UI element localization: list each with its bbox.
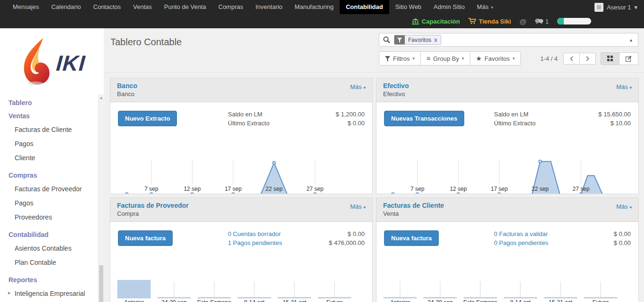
favorites-button[interactable]: ★ Favoritos ▾ [470,51,521,65]
card-facturas-proveedor-title[interactable]: Facturas de Proveedor [117,201,366,210]
facturas-proveedor-bar-chart: Anterior24-30 sepEsta Semana8-14 oct15-2… [110,261,372,302]
menu-sitio-web[interactable]: Sitio Web [389,0,427,14]
menu-mas-label: Más [477,3,489,10]
search-icon [383,36,390,43]
progress-pill[interactable] [557,18,591,24]
nuevas-transacciones-button[interactable]: Nuevas Transacciones [384,111,464,126]
sidebar-scrollbar[interactable]: ▴ [98,94,104,302]
more-label: Más [350,203,362,210]
card-efectivo: Efectivo Efectivo Más ▾ Nuevas Transacci… [376,78,639,194]
svg-text:8-14 oct: 8-14 oct [510,299,531,302]
chevron-down-icon: ▾ [412,56,415,61]
chevron-down-icon: ▾ [462,56,464,61]
card-banco-more-button[interactable]: Más ▾ [350,83,366,90]
sidebar-item-cliente[interactable]: Cliente [0,151,104,165]
svg-text:7 sep: 7 sep [410,186,425,192]
sidebar-item-asientos-contables[interactable]: Asientos Contables [0,241,104,255]
pager-previous-button[interactable] [563,53,580,65]
group-by-button[interactable]: ≡ Group By ▾ [421,51,470,65]
sidebar-item-facturas-de-proveedor[interactable]: Facturas de Proveedor [0,182,104,196]
bank-icon [412,18,419,24]
sidebar-item-pagos-compras[interactable]: Pagos [0,196,104,210]
facturas-a-validar-link[interactable]: 0 Facturas a validar [494,229,579,238]
chevron-down-icon: ▾ [491,5,493,10]
stat-label: Último Extracto [228,119,313,128]
sidebar-header-reportes[interactable]: Reportes [0,273,104,286]
filters-button[interactable]: Filtros ▾ [379,51,421,65]
chat-messages-button[interactable]: 1 [535,18,549,25]
svg-text:Anterior: Anterior [124,299,144,302]
more-label: Más [616,203,628,210]
menu-compras[interactable]: Compras [212,0,250,14]
menu-mensajes[interactable]: Mensajes [7,0,45,14]
cuentas-borrador-link[interactable]: 0 Cuentas borrador [228,229,313,238]
card-facturas-cliente-title[interactable]: Facturas de Cliente [383,201,632,210]
user-menu[interactable]: Asesor 1 ▾ [594,0,644,14]
sidebar-header-tablero[interactable]: Tablero [0,96,104,109]
view-switcher [601,52,638,65]
chevron-down-icon: ▾ [634,4,637,11]
menu-mas[interactable]: Más▾ [471,0,500,14]
tienda-siki-link[interactable]: Tienda Siki [468,18,511,25]
main-menu-row: Mensajes Calendario Contactos Ventas Pun… [0,0,644,14]
kanban-view-button[interactable] [601,52,619,65]
menu-punto-de-venta[interactable]: Punto de Venta [158,0,212,14]
sidebar-item-proveedores[interactable]: Proveedores [0,210,104,224]
nueva-factura-cliente-button[interactable]: Nueva factura [384,230,439,246]
sidebar-item-pagos-ventas[interactable]: Pagos [0,137,104,151]
stat-value: $ 0.00 [579,229,631,238]
pagos-pendientes-cliente-link[interactable]: 0 Pagos pendientes [494,238,579,247]
chevron-down-icon: ▾ [363,205,366,210]
menu-manufacturing[interactable]: Manufacturing [289,0,340,14]
menu-inventario[interactable]: Inventario [250,0,289,14]
svg-text:Anterior: Anterior [390,299,410,302]
menu-calendario[interactable]: Calendario [45,0,87,14]
sidebar-item-facturas-de-cliente[interactable]: Facturas de Cliente [0,122,104,137]
card-facturas-cliente-more-button[interactable]: Más ▾ [616,203,632,210]
card-facturas-proveedor: Facturas de Proveedor Compra Más ▾ Nueva… [110,197,373,302]
sidebar-header-compras[interactable]: Compras [0,169,104,182]
card-banco-title[interactable]: Banco [117,82,366,90]
sidebar-scrollbar-thumb[interactable] [99,265,103,302]
avatar [594,3,603,12]
search-box[interactable]: Favoritos x ▴ [379,33,638,47]
search-options-toggle-icon[interactable]: ▴ [628,37,634,42]
nuevo-extracto-button[interactable]: Nuevo Extracto [118,111,177,126]
chevron-down-icon: ▾ [629,205,632,210]
card-facturas-cliente-stats: 0 Facturas a validar $ 0.00 0 Pagos pend… [494,229,631,247]
funnel-icon [385,56,390,61]
menu-contactos[interactable]: Contactos [87,0,127,14]
at-icon[interactable]: @ [519,17,527,25]
menu-admin-sitio[interactable]: Admin Sitio [427,0,471,14]
chevron-down-icon: ▾ [629,85,632,90]
card-facturas-cliente-body: Nueva factura 0 Facturas a validar $ 0.0… [376,222,638,302]
sidebar-header-contabilidad[interactable]: Contabilidad [0,228,104,241]
facet-remove-button[interactable]: x [434,37,437,43]
pager-buttons [563,53,596,65]
stat-value: $ 15,650.00 [579,110,631,119]
stat-value: $ 10.00 [579,119,631,128]
sidebar-header-ventas[interactable]: Ventas [0,109,104,122]
chevron-right-icon [586,56,589,61]
pager-next-button[interactable] [580,53,596,65]
search-facet-favoritos[interactable]: Favoritos x [394,35,441,45]
chevron-down-icon: ▾ [363,85,366,90]
nueva-factura-proveedor-button[interactable]: Nueva factura [118,230,173,246]
group-by-icon: ≡ [427,55,430,62]
card-efectivo-title[interactable]: Efectivo [383,82,632,90]
card-facturas-proveedor-more-button[interactable]: Más ▾ [350,203,366,210]
sidebar-item-plan-contable[interactable]: Plan Contable [0,255,104,269]
scroll-up-icon[interactable]: ▴ [99,94,104,100]
capacitacion-link[interactable]: Capacitación [412,18,460,25]
search-input[interactable] [445,36,624,43]
toolbar-row: Filtros ▾ ≡ Group By ▾ ★ Favoritos ▾ [379,51,638,65]
stat-row: 1 Pagos pendientes $ 476,000.00 [228,238,365,247]
edit-dashboard-button[interactable] [619,52,638,65]
sidebar-item-inteligencia-empresarial[interactable]: ▸Inteligencia Empresarial [0,286,104,301]
card-efectivo-more-button[interactable]: Más ▾ [616,83,632,90]
capacitacion-label: Capacitación [422,18,460,25]
menu-ventas[interactable]: Ventas [127,0,158,14]
brand-logo[interactable]: IKI [0,28,104,94]
menu-contabilidad[interactable]: Contabilidad [340,0,389,14]
pagos-pendientes-link[interactable]: 1 Pagos pendientes [228,238,313,247]
